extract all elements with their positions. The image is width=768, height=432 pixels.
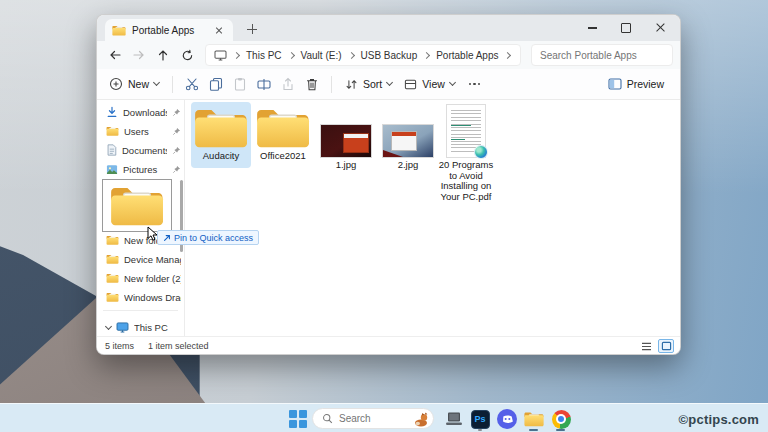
see-more-button[interactable] bbox=[461, 83, 489, 86]
explorer-search-box[interactable] bbox=[531, 44, 673, 66]
tab-portable-apps[interactable]: Portable Apps bbox=[105, 19, 233, 41]
breadcrumb-portable-apps[interactable]: Portable Apps bbox=[436, 50, 498, 61]
sidebar-item-users[interactable]: Users bbox=[97, 122, 185, 140]
address-row: This PC Vault (E:) USB Backup Portable A… bbox=[97, 41, 680, 69]
folder-icon bbox=[106, 235, 119, 245]
copy-button[interactable] bbox=[204, 72, 228, 96]
minimize-button[interactable] bbox=[580, 18, 604, 38]
folder-icon bbox=[524, 411, 544, 427]
share-icon bbox=[281, 77, 295, 91]
file-explorer-window: Portable Apps bbox=[96, 14, 681, 355]
file-tile-2jpg[interactable]: 2.jpg bbox=[378, 102, 438, 171]
sidebar-item-new-folder-2[interactable]: New folder (2) bbox=[97, 269, 185, 287]
tab-bar: Portable Apps bbox=[97, 15, 680, 41]
share-button[interactable] bbox=[276, 72, 300, 96]
tab-close-icon[interactable] bbox=[212, 23, 226, 37]
taskbar-app-file-explorer[interactable] bbox=[523, 408, 545, 430]
start-button[interactable] bbox=[287, 408, 309, 430]
breadcrumb[interactable]: This PC Vault (E:) USB Backup Portable A… bbox=[205, 44, 521, 66]
sidebar-divider bbox=[103, 310, 178, 311]
breadcrumb-vault-e[interactable]: Vault (E:) bbox=[301, 50, 342, 61]
view-toggles bbox=[638, 339, 674, 353]
pin-icon bbox=[172, 108, 181, 117]
discord-icon bbox=[497, 409, 517, 429]
close-button[interactable] bbox=[648, 18, 672, 38]
file-label: Office2021 bbox=[260, 151, 306, 162]
cut-icon bbox=[185, 77, 199, 91]
back-icon bbox=[108, 48, 122, 62]
files-area[interactable]: Audacity Office2021 1.jpg bbox=[185, 100, 680, 336]
taskbar-search-input[interactable] bbox=[339, 413, 399, 424]
taskbar-app-discord[interactable] bbox=[496, 408, 518, 430]
chevron-down-icon bbox=[449, 79, 456, 86]
file-tile-1jpg[interactable]: 1.jpg bbox=[316, 102, 376, 171]
drag-ghost-folder[interactable] bbox=[102, 179, 172, 232]
breadcrumb-usb-backup[interactable]: USB Backup bbox=[361, 50, 418, 61]
taskbar-app-chrome[interactable] bbox=[550, 408, 572, 430]
details-view-button[interactable] bbox=[638, 339, 654, 353]
running-indicator-active bbox=[556, 429, 565, 431]
sidebar-item-device-manager[interactable]: Device Manager bbox=[97, 250, 185, 268]
maximize-button[interactable] bbox=[614, 18, 638, 38]
up-arrow-icon bbox=[156, 48, 170, 62]
new-button[interactable]: New bbox=[103, 72, 165, 96]
taskbar-search[interactable] bbox=[312, 408, 434, 429]
up-button[interactable] bbox=[151, 44, 175, 66]
cut-button[interactable] bbox=[180, 72, 204, 96]
paste-button[interactable] bbox=[228, 72, 252, 96]
document-icon bbox=[106, 144, 117, 156]
large-icons-view-button[interactable] bbox=[658, 339, 674, 353]
breadcrumb-this-pc[interactable]: This PC bbox=[246, 50, 282, 61]
view-button-label: View bbox=[422, 78, 445, 90]
view-icon bbox=[404, 78, 417, 91]
laptop-icon bbox=[445, 412, 463, 426]
sidebar-item-downloads[interactable]: Downloads bbox=[97, 103, 185, 121]
refresh-icon bbox=[181, 49, 194, 62]
folder-icon bbox=[106, 273, 119, 283]
taskbar-app-photoshop[interactable]: Ps bbox=[469, 408, 491, 430]
drag-hint-tooltip: Pin to Quick access bbox=[157, 230, 259, 245]
monitor-icon bbox=[116, 322, 129, 333]
window-controls bbox=[580, 18, 672, 38]
image-thumbnail bbox=[320, 124, 372, 158]
selection-count: 1 item selected bbox=[148, 341, 209, 351]
preview-button-label: Preview bbox=[627, 78, 664, 90]
forward-icon bbox=[132, 48, 146, 62]
paste-icon bbox=[233, 77, 247, 91]
chrome-icon bbox=[552, 410, 571, 429]
copy-icon bbox=[209, 77, 223, 91]
sidebar-item-pictures[interactable]: Pictures bbox=[97, 160, 185, 178]
view-button[interactable]: View bbox=[398, 72, 461, 96]
large-icons-view-icon bbox=[661, 341, 672, 351]
back-button[interactable] bbox=[103, 44, 127, 66]
forward-button[interactable] bbox=[127, 44, 151, 66]
sort-button-label: Sort bbox=[363, 78, 382, 90]
file-tile-pdf[interactable]: 20 Programs to Avoid Installing on Your … bbox=[434, 102, 498, 202]
delete-button[interactable] bbox=[300, 72, 324, 96]
taskbar-app-laptop[interactable] bbox=[443, 408, 465, 430]
drag-hint-text: Pin to Quick access bbox=[174, 233, 253, 243]
file-tile-office2021[interactable]: Office2021 bbox=[253, 102, 313, 168]
desktop: Portable Apps bbox=[0, 0, 768, 432]
taskbar: Ps ©pctips.com bbox=[0, 403, 768, 432]
command-toolbar: New bbox=[97, 69, 680, 100]
folder-icon bbox=[106, 126, 119, 136]
file-tile-audacity[interactable]: Audacity bbox=[191, 102, 251, 168]
chevron-right-icon bbox=[504, 51, 511, 58]
file-label: 1.jpg bbox=[336, 160, 357, 171]
folder-icon bbox=[194, 106, 248, 149]
folder-icon bbox=[112, 25, 126, 36]
folder-icon bbox=[110, 184, 164, 227]
refresh-button[interactable] bbox=[175, 44, 199, 66]
sidebar-item-windows-drag[interactable]: Windows Drag a bbox=[97, 288, 185, 306]
sidebar-item-this-pc[interactable]: This PC bbox=[97, 318, 185, 336]
sort-button[interactable]: Sort bbox=[339, 72, 398, 96]
preview-button[interactable]: Preview bbox=[602, 72, 670, 96]
sidebar-item-documents[interactable]: Documents bbox=[97, 141, 185, 159]
chevron-right-icon bbox=[233, 51, 240, 58]
chevron-expand-icon bbox=[105, 323, 112, 330]
rename-button[interactable] bbox=[252, 72, 276, 96]
pin-icon bbox=[172, 146, 181, 155]
new-tab-button[interactable] bbox=[245, 23, 259, 37]
explorer-search-input[interactable] bbox=[540, 50, 672, 61]
